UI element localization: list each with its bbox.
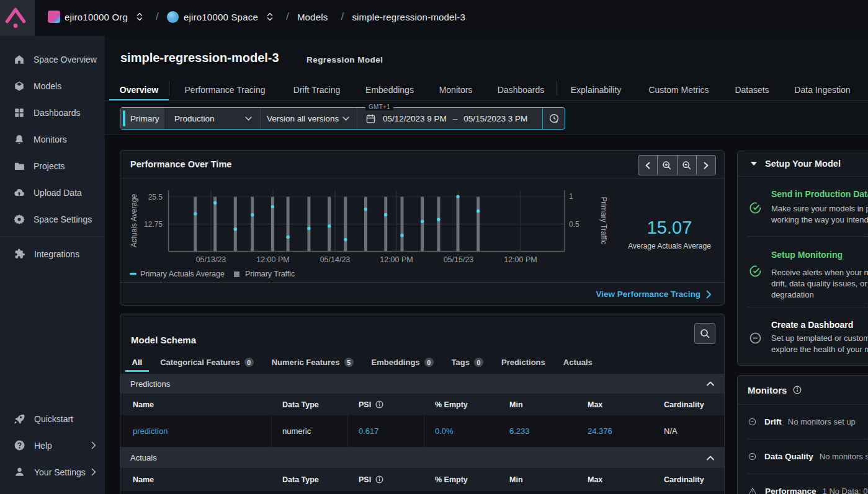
svg-text:Primary Traffic: Primary Traffic — [245, 270, 295, 278]
svg-text:1: 1 — [569, 192, 573, 201]
svg-text:05/14/23: 05/14/23 — [320, 255, 351, 264]
svg-text:12:00 PM: 12:00 PM — [380, 255, 413, 264]
svg-text:05/15/23: 05/15/23 — [444, 255, 474, 264]
svg-text:12:00 PM: 12:00 PM — [256, 255, 290, 264]
svg-text:0.5: 0.5 — [569, 220, 579, 229]
svg-text:12.75: 12.75 — [144, 220, 163, 229]
svg-text:Primary Traffic: Primary Traffic — [599, 196, 608, 244]
svg-text:Actuals Average: Actuals Average — [130, 193, 138, 247]
svg-text:Primary Actuals Average: Primary Actuals Average — [140, 270, 225, 278]
svg-text:05/13/23: 05/13/23 — [196, 255, 226, 264]
svg-text:12:00 PM: 12:00 PM — [504, 255, 537, 264]
svg-text:25.5: 25.5 — [148, 193, 163, 201]
